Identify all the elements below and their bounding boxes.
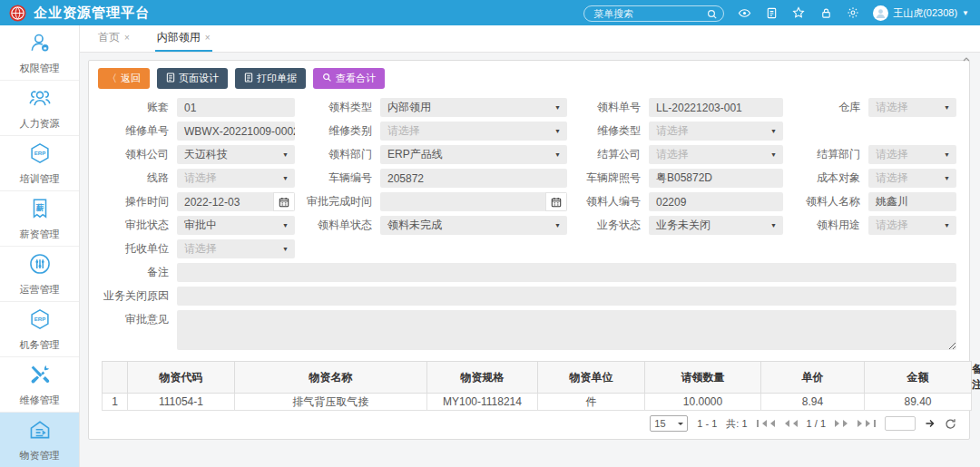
field-material-request-type[interactable]: 内部领用▼ [380, 98, 567, 117]
sidebar-item-label: 运营管理 [20, 283, 60, 297]
sidebar-item-4[interactable]: 薪薪资管理 [0, 191, 79, 247]
field-label-repair-category: 维修类别 [299, 122, 376, 141]
table-cell: 89.40 [865, 394, 972, 411]
sidebar-item-7[interactable]: 维修管理 [0, 357, 79, 413]
collapse-panel-icon[interactable] [962, 55, 971, 66]
field-value: 请选择 [868, 170, 944, 186]
field-label-line: 线路 [102, 169, 172, 188]
field-business-close-reason[interactable] [177, 287, 956, 306]
tab-1[interactable]: 首页× [96, 30, 132, 52]
field-value: ERP产品线 [380, 147, 554, 162]
field-material-usage[interactable]: 请选择▼ [868, 216, 956, 235]
sidebar-item-8[interactable]: 物资管理 [0, 413, 79, 467]
close-icon[interactable]: × [205, 33, 211, 43]
svg-text:ERP: ERP [34, 316, 44, 322]
sidebar-item-3[interactable]: ERP培训管理 [0, 136, 79, 191]
wrench-tools-icon [28, 363, 52, 390]
sidebar-item-label: 人力资源 [20, 117, 60, 131]
svg-text:薪: 薪 [35, 202, 44, 211]
field-remarks[interactable] [177, 263, 956, 282]
field-label-approval-complete-date: 审批完成时间 [299, 192, 376, 211]
field-settlement-company[interactable]: 请选择▼ [649, 145, 783, 164]
field-settlement-department[interactable]: 请选择▼ [868, 145, 956, 164]
field-requisition-no[interactable]: LL-20221203-001 [649, 98, 783, 117]
last-page-icon[interactable] [858, 420, 876, 427]
tab-2[interactable]: 内部领用× [155, 30, 212, 52]
field-label-operation-date: 操作时间 [102, 192, 172, 211]
sidebar-item-label: 维修管理 [20, 394, 60, 407]
field-label-collection-unit: 托收单位 [102, 239, 172, 258]
eye-icon[interactable] [737, 5, 751, 20]
field-cost-object[interactable]: 请选择▼ [868, 169, 956, 188]
field-label-material-request-type: 领料类型 [299, 98, 376, 117]
user-menu[interactable]: 王山虎(02308) ▼ [873, 5, 969, 21]
prev-page-icon[interactable] [781, 420, 798, 427]
field-value: LL-20221203-001 [649, 102, 783, 114]
field-value: 粤B05872D [649, 170, 783, 186]
sidebar-item-5[interactable]: 运营管理 [0, 247, 79, 302]
field-business-status[interactable]: 业务未关闭▼ [649, 216, 783, 235]
calendar-icon[interactable] [545, 192, 567, 211]
chevron-down-icon: ▼ [770, 151, 783, 158]
field-repair-category[interactable]: 请选择▼ [380, 122, 567, 141]
next-page-icon[interactable] [835, 420, 851, 427]
field-value: 请选择 [868, 147, 944, 162]
field-requisition-company[interactable]: 天迈科技▼ [177, 145, 295, 164]
field-collection-unit[interactable]: 请选择▼ [177, 239, 295, 258]
field-label-requisition-department: 领料部门 [299, 145, 376, 164]
app-logo-icon [9, 5, 26, 22]
field-requester-no[interactable]: 02209 [649, 192, 783, 211]
field-warehouse[interactable]: 请选择▼ [868, 98, 956, 117]
field-repair-order-no[interactable]: WBWX-20221009-0002 [177, 122, 295, 141]
chevron-down-icon: ▼ [962, 9, 969, 17]
table-cell: 111054-1 [128, 394, 235, 411]
field-operation-date[interactable]: 2022-12-03 [177, 192, 295, 211]
goto-page-icon[interactable] [925, 418, 936, 429]
field-value: 请选择 [380, 123, 554, 139]
goto-page-input[interactable] [885, 416, 916, 431]
page-design-button[interactable]: 页面设计 [157, 68, 228, 89]
field-line[interactable]: 请选择▼ [177, 169, 295, 188]
chevron-down-icon: ▼ [554, 128, 567, 134]
field-requisition-department[interactable]: ERP产品线▼ [380, 145, 567, 164]
field-label-settlement-department: 结算部门 [788, 145, 864, 164]
document-icon[interactable] [764, 5, 779, 20]
field-label-business-status: 业务状态 [572, 216, 644, 235]
field-approval-opinion[interactable] [177, 310, 956, 350]
refresh-icon[interactable] [945, 418, 956, 430]
search-icon [707, 7, 718, 24]
close-icon[interactable]: × [124, 33, 130, 43]
document-icon [166, 73, 175, 84]
tab-label: 内部领用 [157, 30, 201, 45]
row-number-header [103, 362, 128, 394]
table-row[interactable]: 1111054-1排气背压取气接MY100-1118214件10.00008.9… [103, 394, 972, 411]
search-input[interactable] [583, 5, 724, 22]
calendar-icon[interactable] [273, 192, 295, 211]
gear-icon[interactable] [846, 5, 860, 20]
sidebar-item-6[interactable]: ERP机务管理 [0, 302, 79, 357]
sidebar-item-1[interactable]: 权限管理 [0, 25, 79, 81]
chevron-down-icon: ▼ [282, 175, 295, 181]
lock-icon[interactable] [818, 5, 833, 20]
field-vehicle-no[interactable]: 205872 [380, 169, 567, 188]
field-account-set[interactable]: 01 [177, 98, 295, 117]
field-vehicle-plate-no[interactable]: 粤B05872D [649, 169, 783, 188]
chevron-down-icon [678, 423, 683, 428]
back-button[interactable]: 〈 返回 [98, 68, 150, 89]
first-page-icon[interactable] [757, 420, 775, 427]
print-document-button[interactable]: 打印单据 [235, 68, 306, 89]
field-value: 请选择 [177, 241, 282, 257]
page-size-select[interactable]: 15 [650, 415, 688, 432]
star-icon[interactable] [791, 5, 806, 20]
menu-search[interactable] [583, 5, 724, 22]
sidebar-item-2[interactable]: 人力资源 [0, 81, 79, 136]
field-approval-status[interactable]: 审批中▼ [177, 216, 295, 235]
field-requisition-status[interactable]: 领料未完成▼ [380, 216, 567, 235]
chevron-down-icon: ▼ [554, 104, 567, 111]
toolbar: 〈 返回 页面设计 打印单据 查看合计 [89, 61, 969, 94]
field-approval-complete-date[interactable] [380, 192, 567, 211]
field-requester-name[interactable]: 姚鑫川 [868, 192, 956, 211]
field-repair-type[interactable]: 请选择▼ [649, 122, 783, 141]
view-total-button[interactable]: 查看合计 [313, 68, 385, 89]
chevron-down-icon: ▼ [944, 151, 956, 158]
